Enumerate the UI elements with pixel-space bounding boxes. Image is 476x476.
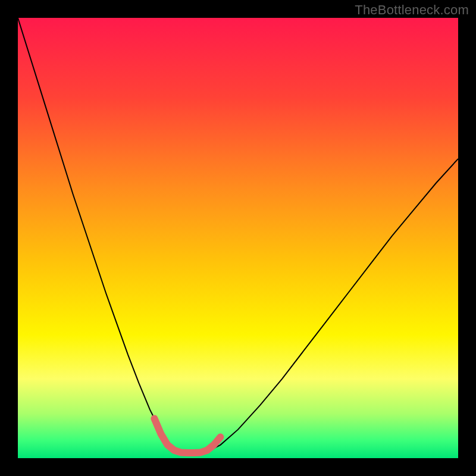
plot-background — [18, 18, 458, 458]
watermark-text: TheBottleneck.com — [355, 2, 469, 18]
chart-frame: TheBottleneck.com — [0, 0, 476, 476]
chart-canvas — [0, 0, 476, 476]
